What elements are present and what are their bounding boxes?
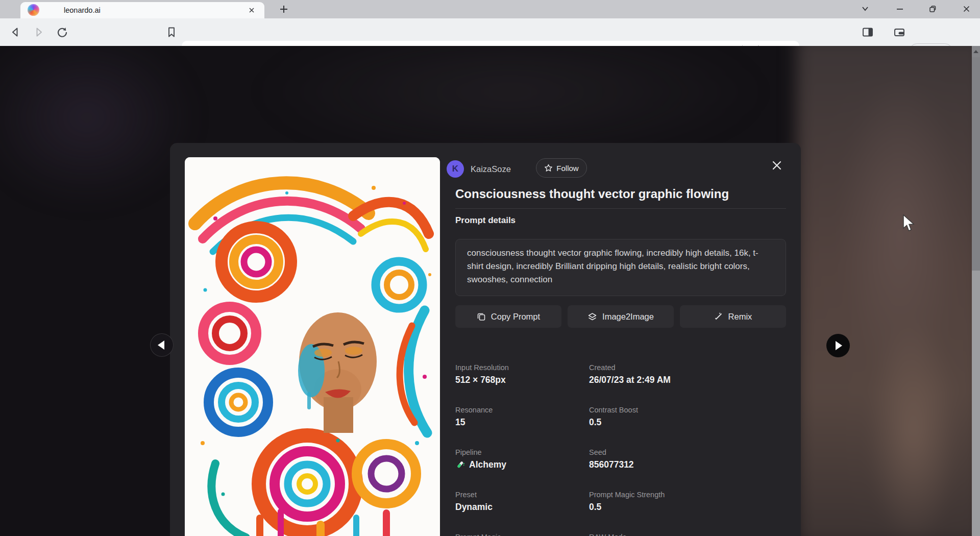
username[interactable]: KaizaSoze (471, 164, 511, 174)
image2image-button[interactable]: Image2Image (568, 305, 674, 328)
reload-button[interactable] (56, 26, 69, 39)
detail-pipeline: Pipeline Alchemy (455, 448, 589, 473)
image-title: Consciousness thought vector graphic flo… (455, 187, 792, 201)
detail-label: Pipeline (455, 448, 589, 456)
detail-label: Contrast Boost (589, 406, 786, 414)
detail-label: Resonance (455, 406, 589, 414)
image2image-label: Image2Image (602, 312, 654, 322)
window-restore-button[interactable] (926, 3, 939, 15)
remix-button[interactable]: Remix (680, 305, 786, 328)
generation-details-grid: Input Resolution 512 × 768px Created 26/… (455, 363, 786, 536)
divider (455, 208, 786, 209)
detail-label: Prompt Magic Strength (589, 491, 786, 499)
tab-search-chevron-icon[interactable] (860, 3, 871, 14)
detail-preset: Preset Dynamic (455, 491, 589, 515)
detail-value: 0.5 (589, 502, 786, 513)
detail-value: 26/07/23 at 2:49 AM (589, 375, 786, 385)
detail-value: 15 (455, 417, 589, 428)
pipeline-value: Alchemy (469, 459, 506, 470)
image-detail-modal: K KaizaSoze Follow Consciousness thought… (170, 143, 801, 536)
prompt-details-heading: Prompt details (455, 215, 516, 226)
chevron-right-icon (836, 341, 842, 350)
detail-value: 512 × 768px (455, 375, 589, 385)
back-button[interactable] (9, 26, 22, 39)
scrollbar-up-arrow[interactable] (972, 46, 980, 57)
star-icon (544, 164, 553, 173)
detail-label: Input Resolution (455, 363, 589, 372)
leonardo-favicon-icon (28, 4, 39, 16)
detail-contrast-boost: Contrast Boost 0.5 (589, 406, 786, 430)
tab-title: leonardo.ai (64, 6, 101, 14)
layers-icon (587, 312, 597, 322)
detail-input-resolution: Input Resolution 512 × 768px (455, 363, 589, 388)
next-image-button[interactable] (826, 334, 850, 357)
prompt-text: consciousness thought vector graphic flo… (467, 247, 774, 286)
remix-label: Remix (728, 312, 752, 322)
avatar[interactable]: K (447, 160, 464, 178)
wallet-icon[interactable] (893, 26, 906, 39)
prompt-box: consciousness thought vector graphic flo… (455, 239, 786, 296)
detail-label: Seed (589, 448, 786, 456)
wand-icon (714, 312, 723, 321)
copy-prompt-button[interactable]: Copy Prompt (455, 305, 561, 328)
forward-button[interactable] (32, 26, 45, 39)
detail-prompt-magic: Prompt Magic V3 (455, 533, 589, 536)
follow-button[interactable]: Follow (536, 158, 587, 178)
detail-label: Prompt Magic (455, 533, 589, 536)
blurred-background-right (796, 46, 980, 536)
browser-toolbar: app.leonardo.ai (0, 18, 980, 46)
new-tab-button[interactable] (278, 4, 289, 15)
scrollbar-thumb[interactable] (972, 57, 980, 271)
detail-prompt-magic-strength: Prompt Magic Strength 0.5 (589, 491, 786, 515)
mouse-cursor (902, 214, 916, 235)
chevron-left-icon (158, 340, 164, 350)
detail-label: Created (589, 363, 786, 372)
detail-value: Dynamic (455, 502, 589, 513)
blurred-background-left (0, 46, 194, 204)
detail-label: RAW Mode (589, 533, 786, 536)
browser-tab-bar: leonardo.ai (0, 0, 980, 18)
sidebar-toggle-icon[interactable] (861, 26, 874, 39)
detail-created: Created 26/07/23 at 2:49 AM (589, 363, 786, 388)
browser-tab[interactable]: leonardo.ai (20, 2, 264, 18)
action-buttons-row: Copy Prompt Image2Image Remix (455, 305, 786, 328)
detail-label: Preset (455, 491, 589, 499)
blurred-background-glow (255, 46, 766, 158)
detail-value: Alchemy (455, 459, 589, 470)
previous-image-button[interactable] (150, 333, 174, 357)
tab-close-icon[interactable] (248, 7, 255, 14)
page-content: K KaizaSoze Follow Consciousness thought… (0, 46, 980, 536)
bookmark-icon[interactable] (165, 26, 178, 39)
copy-icon (477, 312, 486, 321)
screen: leonardo.ai (0, 0, 980, 536)
detail-value: 0.5 (589, 417, 786, 428)
detail-resonance: Resonance 15 (455, 406, 589, 430)
follow-label: Follow (556, 164, 578, 173)
window-close-button[interactable] (960, 3, 973, 15)
modal-close-icon[interactable] (770, 159, 783, 172)
detail-raw-mode: RAW Mode Off (589, 533, 786, 536)
detail-value: 856077312 (589, 459, 786, 470)
test-tube-icon (455, 460, 465, 470)
generated-artwork-image (185, 157, 440, 536)
page-scrollbar[interactable] (972, 46, 980, 536)
detail-seed: Seed 856077312 (589, 448, 786, 473)
window-minimize-button[interactable] (893, 3, 906, 15)
copy-prompt-label: Copy Prompt (491, 312, 540, 322)
